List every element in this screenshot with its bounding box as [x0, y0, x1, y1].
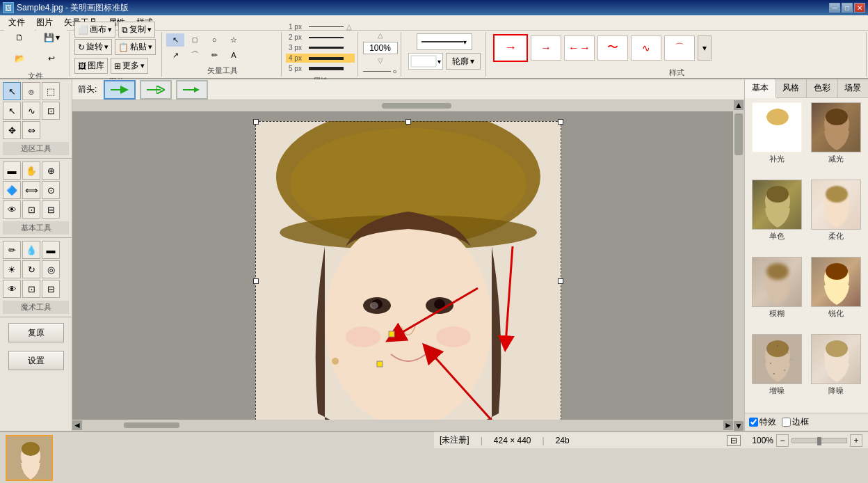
arrow-style-opt-4[interactable]: ∿: [631, 35, 661, 61]
filter-tool[interactable]: ⊟: [42, 280, 60, 298]
paste-button[interactable]: 📋 粘贴▾: [115, 39, 156, 55]
rotate-button[interactable]: ↻ 旋转▾: [74, 39, 112, 55]
arrow-opt-small[interactable]: [176, 80, 208, 100]
vscroll-down-button[interactable]: ▼: [734, 421, 744, 431]
minimize-button[interactable]: ─: [829, 3, 840, 13]
palette-tool[interactable]: ⊡: [22, 280, 40, 298]
layers-tool[interactable]: ⊡: [22, 200, 40, 219]
restore-button[interactable]: 复原: [8, 323, 64, 342]
ellipse-tool-btn[interactable]: ○: [205, 33, 223, 47]
curve-tool-btn[interactable]: ⌒: [186, 48, 204, 63]
hand-tool[interactable]: ✋: [22, 161, 40, 180]
line-style-button[interactable]: ▾: [417, 33, 472, 50]
move-tool[interactable]: ✥: [3, 121, 21, 139]
open-button[interactable]: 📂: [4, 49, 35, 68]
handle-mr[interactable]: [558, 278, 563, 284]
zoom-slider-thumb[interactable]: [817, 437, 821, 445]
more-button[interactable]: ⊞ 更多▾: [111, 58, 148, 74]
effect-buguang[interactable]: 补光: [749, 102, 805, 177]
vscroll-thumb[interactable]: [734, 113, 743, 155]
corner-style-button[interactable]: ▾: [408, 53, 443, 70]
canvas-scroll[interactable]: ▲ ▼ ◄ ►: [72, 100, 744, 431]
effect-danse[interactable]: 单色: [749, 180, 805, 254]
rect-tool-btn[interactable]: □: [186, 33, 204, 47]
zoom-tool[interactable]: ⊡: [42, 102, 60, 120]
zoom-slider[interactable]: [791, 438, 847, 443]
effects-checkbox-item[interactable]: 特效: [749, 416, 776, 428]
hscroll-right-button[interactable]: ►: [723, 420, 733, 430]
maximize-button[interactable]: □: [842, 3, 853, 13]
thumbnail-item-1[interactable]: [6, 435, 53, 481]
resize-tool[interactable]: ⇔: [22, 121, 40, 139]
effect-jianguang[interactable]: 减光: [808, 102, 865, 177]
style-dropdown-button[interactable]: ▾: [698, 35, 712, 61]
eyedropper-tool[interactable]: ⟺: [22, 181, 40, 199]
hscroll-thumb[interactable]: [382, 103, 451, 109]
effect-ruihua[interactable]: 锐化: [808, 257, 865, 331]
handle-tl[interactable]: [253, 119, 259, 125]
pen-size-5[interactable]: 5 px: [286, 64, 355, 73]
tab-style[interactable]: 风格: [776, 79, 807, 97]
handle-ml[interactable]: [253, 278, 259, 284]
vertical-scrollbar[interactable]: ▲ ▼: [733, 100, 744, 431]
new-button[interactable]: 🗋: [4, 28, 35, 47]
pen-size-4[interactable]: 4 px: [286, 54, 355, 63]
view-tool[interactable]: 👁: [3, 280, 21, 298]
tab-basic[interactable]: 基本: [745, 79, 776, 98]
tab-color[interactable]: 色彩: [807, 79, 838, 97]
select-tool-btn[interactable]: ↖: [166, 33, 184, 47]
star-tool-btn[interactable]: ☆: [225, 33, 243, 47]
freeform-tool[interactable]: ∿: [22, 102, 40, 120]
effect-zengnoise[interactable]: 增噪: [749, 334, 805, 409]
pen-tool-btn[interactable]: ✏: [205, 48, 223, 63]
effects-checkbox[interactable]: [749, 418, 758, 427]
effect-tool[interactable]: ☀: [3, 260, 21, 278]
selected-arrow-style[interactable]: →: [493, 34, 528, 62]
pen-size-2[interactable]: 2 px: [286, 33, 355, 42]
eye-tool[interactable]: 👁: [3, 200, 21, 219]
pen-size-1[interactable]: 1 px △: [286, 22, 355, 31]
eraser-tool[interactable]: ▬: [42, 241, 60, 259]
horizontal-scrollbar[interactable]: [72, 100, 733, 111]
contour-button[interactable]: 轮廓▾: [446, 53, 481, 70]
hscrollbar-bottom[interactable]: ◄ ►: [72, 420, 733, 431]
extra-tool[interactable]: ⊟: [42, 200, 60, 219]
arrow-tool-btn[interactable]: ↗: [166, 48, 184, 63]
arrow-opt-outline[interactable]: [140, 80, 172, 100]
rect-select-tool[interactable]: ⬚: [42, 82, 60, 100]
arrow-style-opt-1[interactable]: →: [531, 35, 561, 61]
clone-tool[interactable]: ◎: [42, 260, 60, 278]
zoom-minus-button[interactable]: −: [776, 434, 789, 447]
arrow-style-opt-3[interactable]: 〜: [597, 35, 628, 61]
lasso-tool[interactable]: ⌾: [22, 82, 40, 100]
tab-scene[interactable]: 场景: [838, 79, 869, 97]
copy-button[interactable]: ⧉ 复制▾: [118, 22, 155, 38]
zoom-plus-button[interactable]: +: [850, 434, 862, 447]
vscroll-up-button[interactable]: ▲: [734, 100, 744, 110]
close-button[interactable]: ✕: [854, 3, 865, 13]
arrow-select-tool[interactable]: ↖: [3, 82, 21, 100]
effect-mohu[interactable]: 模糊: [749, 257, 805, 331]
handle-tc[interactable]: [405, 119, 411, 125]
hscroll-thumb-bottom[interactable]: [124, 422, 179, 428]
arrow-opt-solid[interactable]: [104, 80, 136, 100]
handle-tr[interactable]: [558, 119, 563, 125]
page-nav-button[interactable]: ⊟: [727, 435, 741, 446]
settings-button[interactable]: 设置: [8, 351, 64, 370]
hscroll-left-button[interactable]: ◄: [72, 420, 82, 430]
dropper-tool[interactable]: 💧: [22, 241, 40, 259]
heal-tool[interactable]: ↻: [22, 260, 40, 278]
gallery-button[interactable]: 🖼 图库: [74, 58, 108, 74]
arrow-style-opt-5[interactable]: ⌒: [664, 35, 695, 61]
fill-tool[interactable]: ⊙: [42, 181, 60, 199]
border-checkbox[interactable]: [782, 418, 791, 427]
undo-button[interactable]: ↩: [36, 49, 67, 68]
text-tool-btn[interactable]: A: [225, 48, 243, 63]
node-tool[interactable]: ↖: [3, 102, 21, 120]
crop-tool[interactable]: ▬: [3, 161, 21, 180]
effect-rouhua[interactable]: 柔化: [808, 180, 865, 254]
shape-tool[interactable]: 🔷: [3, 181, 21, 199]
zoom-in-tool[interactable]: ⊕: [42, 161, 60, 180]
pen-size-3[interactable]: 3 px: [286, 43, 355, 52]
save-button[interactable]: 💾▾: [36, 28, 67, 47]
